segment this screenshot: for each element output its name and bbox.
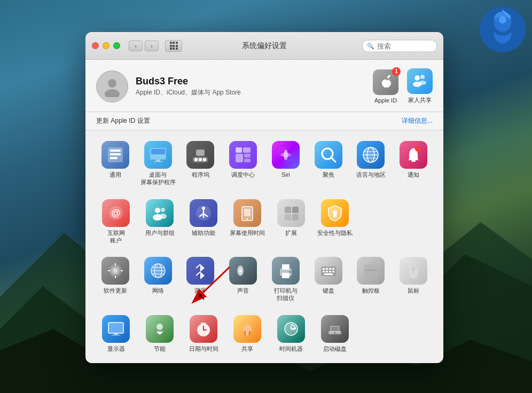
pref-row-2: @ 互联网 账户 用户与群组 辅助功能 屏幕使用时间 <box>94 195 435 249</box>
svg-rect-57 <box>292 207 299 213</box>
svg-rect-25 <box>203 158 206 161</box>
svg-rect-77 <box>282 264 290 270</box>
svg-rect-78 <box>282 273 290 278</box>
svg-rect-21 <box>154 161 162 162</box>
system-preferences-window: ‹ › 系统偏好设置 🔍 Buds3 Free Apple ID、iCloud、… <box>85 32 443 363</box>
apple-id-label: Apple ID <box>374 97 397 104</box>
grid-icon <box>170 42 178 50</box>
sound-label: 声音 <box>237 287 249 294</box>
pref-desktop[interactable]: 桌面与 屏幕保护程序 <box>137 137 179 191</box>
pref-trackpad[interactable]: 触控板 <box>350 253 393 306</box>
notification-icon <box>400 141 427 169</box>
screentime-icon <box>233 199 261 227</box>
pref-mouse[interactable]: 鼠标 <box>392 253 435 306</box>
svg-rect-15 <box>110 153 121 155</box>
pref-internet[interactable]: @ 互联网 账户 <box>94 195 138 249</box>
logo <box>479 5 527 53</box>
pref-security[interactable]: 安全性与隐私 <box>313 195 357 249</box>
svg-rect-90 <box>364 264 377 278</box>
svg-rect-42 <box>411 160 416 162</box>
pref-printer[interactable]: 打印机与 扫描仪 <box>264 253 307 306</box>
search-box[interactable]: 🔍 <box>362 40 437 52</box>
svg-point-7 <box>108 79 116 88</box>
apple-logo <box>377 74 394 91</box>
family-icon-svg <box>411 72 429 90</box>
forward-button[interactable]: › <box>145 41 159 51</box>
pref-accessibility[interactable]: 辅助功能 <box>182 195 225 249</box>
pref-sound[interactable]: 声音 <box>222 253 264 306</box>
pref-dock[interactable]: 程序坞 <box>179 137 222 191</box>
pref-network[interactable]: 网络 <box>137 253 179 306</box>
pref-general[interactable]: 通用 <box>94 137 137 191</box>
svg-point-34 <box>280 153 291 157</box>
svg-point-63 <box>113 269 118 273</box>
svg-point-46 <box>155 208 160 213</box>
svg-point-5 <box>499 16 506 23</box>
svg-rect-60 <box>333 214 337 217</box>
pref-notification[interactable]: 通知 <box>392 137 435 191</box>
dock-icon <box>186 141 214 169</box>
pref-spotlight[interactable]: 聚焦 <box>307 137 350 191</box>
svg-line-36 <box>331 158 335 162</box>
pref-keyboard[interactable]: 键盘 <box>307 253 350 306</box>
svg-rect-29 <box>236 154 243 162</box>
profile-section: Buds3 Free Apple ID、iCloud、媒体与 App Store… <box>85 60 443 112</box>
desktop-icon <box>144 141 172 169</box>
svg-rect-20 <box>156 160 160 161</box>
users-label: 用户与群组 <box>145 229 175 237</box>
svg-point-8 <box>105 89 120 97</box>
minimize-button[interactable] <box>103 42 109 49</box>
family-sharing-button[interactable]: 家人共享 <box>407 68 433 104</box>
svg-rect-31 <box>244 159 251 162</box>
pref-language[interactable]: 语言与地区 <box>350 137 393 191</box>
pref-row-3: 软件更新 网络 蓝牙 声音 <box>94 253 435 306</box>
pref-row-4: 显示器 节能 日期与时间 共享 <box>94 311 435 357</box>
search-input[interactable] <box>377 42 432 50</box>
svg-point-11 <box>420 75 425 79</box>
close-button[interactable] <box>92 42 99 49</box>
svg-rect-85 <box>323 271 325 272</box>
keyboard-icon <box>315 257 342 285</box>
internet-icon: @ <box>102 199 130 227</box>
datetime-label: 日期与时间 <box>189 345 218 352</box>
grid-view-button[interactable] <box>165 40 182 52</box>
profile-buttons: 1 Apple ID 家人共享 <box>373 68 433 104</box>
maximize-button[interactable] <box>113 42 120 49</box>
svg-rect-14 <box>110 150 121 152</box>
pref-display[interactable]: 显示器 <box>94 311 138 357</box>
pref-bluetooth[interactable]: 蓝牙 <box>179 253 222 306</box>
pref-startup[interactable]: 启动磁盘 <box>313 311 357 357</box>
svg-rect-83 <box>329 268 331 270</box>
security-label: 安全性与隐私 <box>317 229 353 237</box>
svg-point-43 <box>415 146 420 152</box>
window-title: 系统偏好设置 <box>242 41 287 51</box>
svg-rect-16 <box>110 157 118 159</box>
svg-point-94 <box>411 267 416 270</box>
trackpad-icon <box>357 257 385 285</box>
startup-icon <box>321 315 349 343</box>
pref-screentime[interactable]: 屏幕使用时间 <box>225 195 269 249</box>
pref-timemachine[interactable]: 时间机器 <box>269 311 313 357</box>
pref-software[interactable]: 软件更新 <box>94 253 137 306</box>
pref-users[interactable]: 用户与群组 <box>138 195 182 249</box>
svg-rect-82 <box>326 268 328 270</box>
back-button[interactable]: ‹ <box>129 41 143 51</box>
svg-point-79 <box>289 271 291 273</box>
pref-datetime[interactable]: 日期与时间 <box>182 311 225 357</box>
pref-mission[interactable]: 调度中心 <box>222 137 264 191</box>
pref-siri[interactable]: Siri <box>264 137 307 191</box>
family-sharing-icon <box>407 68 433 94</box>
pref-sharing[interactable]: 共享 <box>225 311 269 357</box>
apple-id-button[interactable]: 1 Apple ID <box>373 69 398 104</box>
svg-rect-23 <box>194 158 198 161</box>
pref-battery[interactable]: 节能 <box>138 311 182 357</box>
display-icon <box>102 315 130 343</box>
user-subtitle: Apple ID、iCloud、媒体与 App Store <box>136 88 365 97</box>
mouse-icon <box>400 257 427 285</box>
pref-extensions[interactable]: 扩展 <box>269 195 313 249</box>
spotlight-label: 聚焦 <box>323 171 334 178</box>
svg-rect-86 <box>326 271 328 272</box>
detail-link[interactable]: 详细信息... <box>402 116 433 125</box>
svg-rect-58 <box>292 214 299 221</box>
datetime-icon <box>190 315 217 343</box>
